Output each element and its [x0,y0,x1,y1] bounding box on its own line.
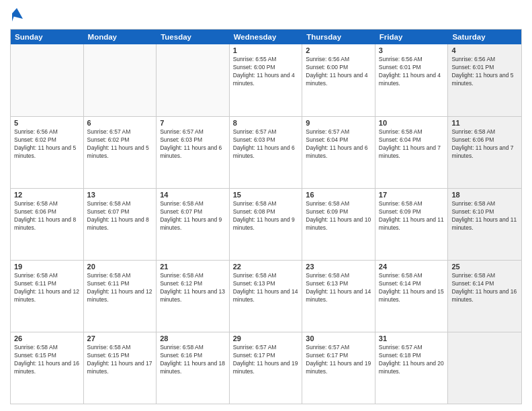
day-info: Sunrise: 6:58 AMSunset: 6:14 PMDaylight:… [379,272,445,304]
day-number: 18 [451,191,518,199]
day-number: 31 [379,334,445,342]
header [10,7,522,24]
day-info: Sunrise: 6:58 AMSunset: 6:16 PMDaylight:… [160,344,226,376]
day-info: Sunrise: 6:57 AMSunset: 6:02 PMDaylight:… [87,128,153,161]
day-info: Sunrise: 6:58 AMSunset: 6:11 PMDaylight:… [87,272,153,304]
calendar-week: 1Sunrise: 6:55 AMSunset: 6:00 PMDaylight… [11,44,521,116]
calendar-cell [448,332,521,404]
calendar-cell: 17Sunrise: 6:58 AMSunset: 6:09 PMDayligh… [375,189,449,260]
day-info: Sunrise: 6:58 AMSunset: 6:15 PMDaylight:… [14,344,80,376]
calendar-cell: 21Sunrise: 6:58 AMSunset: 6:12 PMDayligh… [157,261,230,332]
calendar-cell: 27Sunrise: 6:58 AMSunset: 6:15 PMDayligh… [84,332,157,404]
calendar-cell: 12Sunrise: 6:58 AMSunset: 6:06 PMDayligh… [11,189,84,260]
calendar-cell: 18Sunrise: 6:58 AMSunset: 6:10 PMDayligh… [448,189,521,260]
calendar-cell: 13Sunrise: 6:58 AMSunset: 6:07 PMDayligh… [84,189,157,260]
day-number: 16 [306,191,371,199]
day-info: Sunrise: 6:57 AMSunset: 6:03 PMDaylight:… [160,128,226,161]
day-info: Sunrise: 6:58 AMSunset: 6:06 PMDaylight:… [14,200,80,232]
day-number: 8 [233,119,299,127]
day-number: 15 [233,191,299,199]
day-info: Sunrise: 6:58 AMSunset: 6:12 PMDaylight:… [160,272,226,304]
day-number: 7 [160,119,226,127]
calendar-body: 1Sunrise: 6:55 AMSunset: 6:00 PMDaylight… [11,44,521,404]
day-number: 2 [306,46,371,54]
calendar-cell: 16Sunrise: 6:58 AMSunset: 6:09 PMDayligh… [302,189,375,260]
calendar-cell: 24Sunrise: 6:58 AMSunset: 6:14 PMDayligh… [375,261,449,332]
calendar-cell: 7Sunrise: 6:57 AMSunset: 6:03 PMDaylight… [157,117,230,188]
day-number: 25 [451,263,518,271]
calendar-cell [84,44,157,116]
calendar-cell: 3Sunrise: 6:56 AMSunset: 6:01 PMDaylight… [375,44,449,116]
day-number: 6 [87,119,153,127]
day-info: Sunrise: 6:58 AMSunset: 6:11 PMDaylight:… [14,272,80,304]
day-info: Sunrise: 6:58 AMSunset: 6:09 PMDaylight:… [379,200,445,232]
calendar-cell: 10Sunrise: 6:58 AMSunset: 6:04 PMDayligh… [375,117,449,188]
day-number: 10 [379,119,445,127]
day-info: Sunrise: 6:58 AMSunset: 6:13 PMDaylight:… [306,272,371,304]
day-info: Sunrise: 6:58 AMSunset: 6:08 PMDaylight:… [233,200,299,232]
calendar-header-day: Sunday [11,30,84,44]
calendar-week: 12Sunrise: 6:58 AMSunset: 6:06 PMDayligh… [11,188,521,260]
calendar-cell: 1Sunrise: 6:55 AMSunset: 6:00 PMDaylight… [230,44,303,116]
day-number: 23 [306,263,371,271]
day-number: 1 [233,46,299,54]
calendar-cell: 26Sunrise: 6:58 AMSunset: 6:15 PMDayligh… [11,332,84,404]
calendar-header-day: Monday [84,30,157,44]
page: SundayMondayTuesdayWednesdayThursdayFrid… [0,0,532,411]
calendar-cell: 28Sunrise: 6:58 AMSunset: 6:16 PMDayligh… [157,332,230,404]
calendar: SundayMondayTuesdayWednesdayThursdayFrid… [10,29,522,404]
calendar-cell: 19Sunrise: 6:58 AMSunset: 6:11 PMDayligh… [11,261,84,332]
calendar-cell: 31Sunrise: 6:57 AMSunset: 6:18 PMDayligh… [375,332,449,404]
day-number: 26 [14,334,80,342]
day-info: Sunrise: 6:58 AMSunset: 6:15 PMDaylight:… [87,344,153,376]
day-info: Sunrise: 6:57 AMSunset: 6:04 PMDaylight:… [306,128,371,161]
calendar-cell: 11Sunrise: 6:58 AMSunset: 6:06 PMDayligh… [448,117,521,188]
calendar-cell: 4Sunrise: 6:56 AMSunset: 6:01 PMDaylight… [448,44,521,116]
day-info: Sunrise: 6:58 AMSunset: 6:07 PMDaylight:… [160,200,226,232]
day-number: 17 [379,191,445,199]
day-info: Sunrise: 6:58 AMSunset: 6:04 PMDaylight:… [379,128,445,161]
day-info: Sunrise: 6:57 AMSunset: 6:17 PMDaylight:… [233,344,299,376]
day-info: Sunrise: 6:56 AMSunset: 6:02 PMDaylight:… [14,128,80,161]
day-number: 19 [14,263,80,271]
day-number: 11 [451,119,518,127]
day-info: Sunrise: 6:57 AMSunset: 6:18 PMDaylight:… [379,344,445,376]
day-number: 21 [160,263,226,271]
calendar-cell: 30Sunrise: 6:57 AMSunset: 6:17 PMDayligh… [302,332,375,404]
calendar-cell: 20Sunrise: 6:58 AMSunset: 6:11 PMDayligh… [84,261,157,332]
calendar-cell [11,44,84,116]
day-info: Sunrise: 6:57 AMSunset: 6:03 PMDaylight:… [233,128,299,161]
day-info: Sunrise: 6:57 AMSunset: 6:17 PMDaylight:… [306,344,371,376]
calendar-week: 26Sunrise: 6:58 AMSunset: 6:15 PMDayligh… [11,332,521,404]
calendar-week: 5Sunrise: 6:56 AMSunset: 6:02 PMDaylight… [11,116,521,188]
day-number: 3 [379,46,445,54]
day-number: 13 [87,191,153,199]
day-info: Sunrise: 6:58 AMSunset: 6:07 PMDaylight:… [87,200,153,232]
calendar-cell: 14Sunrise: 6:58 AMSunset: 6:07 PMDayligh… [157,189,230,260]
calendar-header-day: Tuesday [157,30,230,44]
logo-sail-icon [11,7,23,21]
calendar-cell: 22Sunrise: 6:58 AMSunset: 6:13 PMDayligh… [230,261,303,332]
logo-text [10,7,23,24]
day-number: 14 [160,191,226,199]
calendar-cell: 2Sunrise: 6:56 AMSunset: 6:00 PMDaylight… [302,44,375,116]
calendar-cell [157,44,230,116]
day-number: 12 [14,191,80,199]
day-number: 27 [87,334,153,342]
day-info: Sunrise: 6:56 AMSunset: 6:01 PMDaylight:… [379,56,445,88]
calendar-cell: 25Sunrise: 6:58 AMSunset: 6:14 PMDayligh… [448,261,521,332]
calendar-cell: 9Sunrise: 6:57 AMSunset: 6:04 PMDaylight… [302,117,375,188]
day-info: Sunrise: 6:58 AMSunset: 6:06 PMDaylight:… [451,128,518,161]
calendar-cell: 5Sunrise: 6:56 AMSunset: 6:02 PMDaylight… [11,117,84,188]
calendar-header-day: Wednesday [230,30,303,44]
day-number: 28 [160,334,226,342]
day-info: Sunrise: 6:58 AMSunset: 6:10 PMDaylight:… [451,200,518,232]
day-info: Sunrise: 6:58 AMSunset: 6:13 PMDaylight:… [233,272,299,304]
logo [10,7,23,24]
calendar-cell: 8Sunrise: 6:57 AMSunset: 6:03 PMDaylight… [230,117,303,188]
day-number: 9 [306,119,371,127]
calendar-cell: 6Sunrise: 6:57 AMSunset: 6:02 PMDaylight… [84,117,157,188]
day-number: 4 [451,46,518,54]
day-info: Sunrise: 6:58 AMSunset: 6:14 PMDaylight:… [451,272,518,304]
calendar-cell: 15Sunrise: 6:58 AMSunset: 6:08 PMDayligh… [230,189,303,260]
